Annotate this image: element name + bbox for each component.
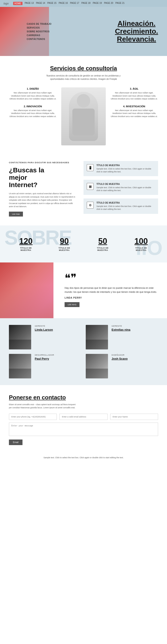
nav-link-page-16[interactable]: PAGE 16 (59, 2, 68, 5)
email-button[interactable]: Email (9, 440, 22, 445)
team-card-4: DISEÑADOR Josh Scavo (86, 354, 158, 378)
stat-item-3: 50 TÍTULO DEMUESTRA (86, 236, 120, 251)
stat-number-3: 50 (86, 236, 120, 246)
team-name-3[interactable]: Paul Perry (35, 357, 54, 360)
team-name-4[interactable]: Josh Scavo (112, 357, 128, 360)
hero-menu-item[interactable]: SERVICIOS (27, 26, 51, 29)
contact-row-1 (9, 414, 158, 420)
hero-tagline-text: Alineación. Crecimiento. Relevancia. (115, 20, 158, 43)
grid-icon: ▦ (87, 183, 94, 190)
feature-2-text: TÍTULO DE MUESTRA Sample text. Click to … (96, 183, 155, 192)
feature-card-3: ⚙ TÍTULO DE MUESTRA Sample text. Click t… (83, 198, 158, 214)
service-3-title: 3. ÁGIL (110, 88, 158, 90)
phone-input[interactable] (9, 414, 57, 420)
service-1-title: 1. DISEÑO (9, 88, 57, 90)
name-input[interactable] (110, 414, 158, 420)
lee-mas-button[interactable]: Lee mas (9, 212, 23, 216)
team-info-paul: DESARROLLADOR Paul Perry (35, 354, 54, 360)
hero-menu-item[interactable]: CASOS DE TRABAJO (27, 23, 51, 25)
team-grid: GERENTE Linda Larson GERENTE Estrellas n… (9, 325, 158, 378)
nav-link-page-14[interactable]: PAGE 14 (36, 2, 45, 5)
nav-link-page-19[interactable]: PAGE 19 (93, 2, 102, 5)
feature-3-title: TÍTULO DE MUESTRA (96, 202, 155, 204)
nav-links: HOMEPAGE 13PAGE 14PAGE 15PAGE 16PAGE 17P… (13, 2, 125, 5)
stat-label-2: TÍTULO DEMUESTRA (47, 247, 81, 251)
email-input[interactable] (59, 414, 107, 420)
stat-item-4: 100 TÍTULO DEMUESTRA (124, 236, 158, 251)
team-role-4: DISEÑADOR (112, 354, 128, 356)
contact-section: Ponerse en contacto Etiam sit amet conva… (0, 385, 167, 452)
nav-link-page-20[interactable]: PAGE 20 (104, 2, 113, 5)
service-item-4: 4. INVESTIGACIÓN Nec ullamcorper sit ame… (110, 105, 158, 118)
message-textarea[interactable] (9, 422, 158, 436)
team-card-2: GERENTE Estrellas nina (86, 325, 158, 350)
phone-icon: 📱 (87, 164, 94, 171)
team-info-estrellas: GERENTE Estrellas nina (112, 325, 131, 331)
team-photo-paul (9, 354, 31, 378)
servicios-grid: 1. DISEÑO Nec ullamcorper sit amet risus… (9, 88, 158, 146)
stat-label-1: TÍTULO DEMUESTRA (9, 247, 43, 251)
servicios-right: 3. ÁGIL Nec ullamcorper sit amet risus n… (110, 88, 158, 118)
team-role-2: GERENTE (112, 325, 131, 327)
hero-menu-item[interactable]: CONTÁCTENOS (27, 38, 51, 40)
feature-card-2: ▦ TÍTULO DE MUESTRA Sample text. Click t… (83, 180, 158, 195)
service-1-text: Nec ullamcorper sit amet risus nullam eg… (9, 92, 57, 100)
team-photo-josh (86, 354, 108, 378)
nav-link-page-17[interactable]: PAGE 17 (70, 2, 79, 5)
service-2-text: Nec ullamcorper sit amet risus nullam eg… (9, 109, 57, 118)
team-role-1: GERENTE (35, 325, 53, 327)
service-2-title: 2. INNOVACIÓN (9, 105, 57, 108)
internet-left: CONTÁCTENOS PARA DISCUTIR SUS NECESIDADE… (9, 161, 83, 216)
servicios-left: 1. DISEÑO Nec ullamcorper sit amet risus… (9, 88, 57, 118)
team-role-3: DESARROLLADOR (35, 354, 54, 356)
nav-link-page-18[interactable]: PAGE 18 (81, 2, 90, 5)
feature-card-1: 📱 TÍTULO DE MUESTRA Sample text. Click t… (83, 161, 158, 176)
stat-number-1: 120 (9, 236, 43, 246)
feature-1-desc: Sample text. Click to select the text bo… (96, 168, 155, 173)
footer: Sample text. Click to select the text bo… (0, 452, 167, 464)
internet-contact-label: CONTÁCTENOS PARA DISCUTIR SUS NECESIDADE… (9, 161, 77, 164)
quote-text: Hay dos tipos de personas que le dirán q… (65, 286, 158, 294)
service-item-1: 1. DISEÑO Nec ullamcorper sit amet risus… (9, 88, 57, 100)
team-card-1: GERENTE Linda Larson (9, 325, 81, 350)
quote-section: ❝❞ Hay dos tipos de personas que le dirá… (0, 262, 167, 318)
internet-section: CONTÁCTENOS PARA DISCUTIR SUS NECESIDADE… (0, 152, 167, 226)
servicios-center-image (61, 88, 106, 146)
nav-link-page-15[interactable]: PAGE 15 (47, 2, 57, 5)
nav-link-page-13[interactable]: PAGE 13 (25, 2, 34, 5)
stats-grid: 120 TÍTULO DEMUESTRA 90 TÍTULO DEMUESTRA… (9, 236, 158, 251)
service-item-3: 3. ÁGIL Nec ullamcorper sit amet risus n… (110, 88, 158, 100)
contact-subtitle: Etiam sit amet convallis erat – class ap… (9, 403, 158, 409)
service-3-text: Nec ullamcorper sit amet risus nullam eg… (110, 92, 158, 100)
feature-3-desc: Sample text. Click to select the text bo… (96, 205, 155, 210)
feature-3-text: TÍTULO DE MUESTRA Sample text. Click to … (96, 202, 155, 210)
servicios-section: Servicios de consultoría Nuestros servic… (0, 56, 167, 152)
quote-image (0, 262, 53, 318)
gear-icon: ⚙ (87, 202, 94, 209)
feature-2-desc: Sample text. Click to select the text bo… (96, 186, 155, 192)
stat-item-1: 120 TÍTULO DEMUESTRA (9, 236, 43, 251)
team-info-linda: GERENTE Linda Larson (35, 325, 53, 331)
team-photo-estrellas (86, 325, 108, 350)
contact-heading: Ponerse en contacto (9, 394, 158, 401)
quote-mark: ❝❞ (65, 274, 158, 282)
hero-tagline: Alineación. Crecimiento. Relevancia. (115, 20, 158, 43)
service-4-text: Nec ullamcorper sit amet risus nullam eg… (110, 109, 158, 118)
nav-link-home[interactable]: HOME (13, 2, 22, 5)
team-photo-linda (9, 325, 31, 350)
navbar: logo HOMEPAGE 13PAGE 14PAGE 15PAGE 16PAG… (0, 0, 167, 7)
stat-item-2: 90 TÍTULO DEMUESTRA (47, 236, 81, 251)
team-section: GERENTE Linda Larson GERENTE Estrellas n… (0, 318, 167, 385)
feature-2-title: TÍTULO DE MUESTRA (96, 183, 155, 185)
lee-mas-button-2[interactable]: LEE MAS (65, 302, 79, 307)
feature-1-title: TÍTULO DE MUESTRA (96, 164, 155, 166)
team-card-3: DESARROLLADOR Paul Perry (9, 354, 81, 378)
team-name-2[interactable]: Estrellas nina (112, 328, 131, 331)
quote-author: LINDA PERRY (65, 296, 158, 299)
nav-link-page-21[interactable]: PAGE 21 (115, 2, 125, 5)
nav-logo: logo (3, 2, 9, 5)
hero-menu: CASOS DE TRABAJOSERVICIOSSOBRE NOSOTROSC… (27, 23, 51, 40)
hero-menu-item[interactable]: CARRERAS (27, 34, 51, 36)
hero-menu-item[interactable]: SOBRE NOSOTROS (27, 30, 51, 33)
team-name-1[interactable]: Linda Larson (35, 328, 53, 331)
